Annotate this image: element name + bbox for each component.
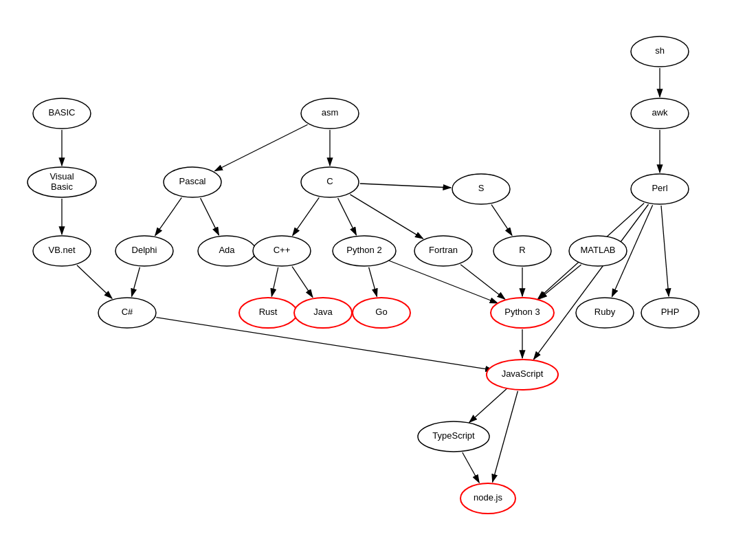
node-VisualBasic[interactable]: VisualBasic — [27, 167, 96, 197]
node-Fortran[interactable]: Fortran — [414, 236, 472, 266]
node-label-Cpp: C++ — [274, 245, 291, 255]
node-label-Python2: Python 2 — [346, 245, 381, 255]
edge-Python2-Go — [369, 267, 377, 297]
edge-C-S — [360, 184, 451, 188]
node-label-R: R — [519, 245, 525, 255]
node-S[interactable]: S — [452, 174, 510, 204]
node-label-Go: Go — [375, 307, 387, 317]
node-label-PHP: PHP — [661, 307, 680, 317]
node-TypeScript[interactable]: TypeScript — [418, 421, 489, 452]
node-nodejs[interactable]: node.js — [460, 483, 515, 514]
node-label-nodejs: node.js — [474, 492, 502, 503]
edge-Delphi-CSharp — [132, 267, 140, 297]
node-label-MATLAB: MATLAB — [580, 245, 615, 255]
node-Java[interactable]: Java — [294, 298, 352, 328]
node-Delphi[interactable]: Delphi — [115, 236, 173, 266]
node-Rust[interactable]: Rust — [239, 298, 297, 328]
node-Ruby[interactable]: Ruby — [576, 298, 634, 328]
node-Cpp[interactable]: C++ — [253, 236, 311, 266]
node-label-Fortran: Fortran — [429, 245, 458, 255]
node-label-sh: sh — [655, 45, 665, 56]
edge-asm-Pascal — [214, 124, 307, 171]
node-R[interactable]: R — [493, 236, 551, 266]
edge-S-R — [491, 205, 512, 236]
edge-Pascal-Delphi — [155, 197, 182, 235]
edge-JavaScript-nodejs — [493, 391, 518, 483]
node-label-JavaScript: JavaScript — [502, 368, 544, 379]
edge-C-Python2 — [338, 198, 357, 235]
node-Python2[interactable]: Python 2 — [333, 236, 396, 266]
edge-TypeScript-nodejs — [463, 452, 479, 483]
edge-JavaScript-TypeScript — [469, 389, 507, 423]
node-Perl[interactable]: Perl — [631, 174, 689, 204]
node-label-Rust: Rust — [259, 307, 278, 317]
node-CSharp[interactable]: C# — [98, 298, 156, 328]
node-label-asm: asm — [322, 107, 339, 118]
node-label-Ada: Ada — [219, 245, 235, 255]
node-label-awk: awk — [652, 107, 668, 118]
edge-Perl-PHP — [661, 206, 669, 296]
node-label-Perl: Perl — [652, 183, 667, 193]
node-label-C: C — [326, 176, 333, 186]
edge-Cpp-Rust — [271, 267, 278, 296]
node-label-BASIC: BASIC — [48, 107, 75, 118]
node-awk[interactable]: awk — [631, 98, 689, 129]
edge-Python2-Python3 — [389, 261, 498, 303]
node-label-Java: Java — [313, 307, 333, 317]
edge-Cpp-Java — [292, 267, 313, 298]
node-label-S: S — [478, 183, 485, 193]
edge-Pascal-Ada — [201, 198, 219, 235]
node-MATLAB[interactable]: MATLAB — [569, 236, 627, 266]
node-C[interactable]: C — [301, 167, 359, 197]
edge-Perl-JavaScript — [533, 204, 648, 359]
edge-MATLAB-Python3 — [539, 265, 581, 299]
node-VBnet[interactable]: VB.net — [33, 236, 91, 266]
node-label-VisualBasic: Visual — [49, 171, 74, 182]
node-JavaScript[interactable]: JavaScript — [487, 360, 558, 390]
node-Ada[interactable]: Ada — [198, 236, 256, 266]
node-label-CSharp: C# — [122, 307, 133, 317]
node-sh[interactable]: sh — [631, 36, 689, 67]
node-label-Python3: Python 3 — [504, 307, 540, 317]
node-label-VisualBasic: Basic — [51, 182, 73, 192]
edge-Fortran-Python3 — [460, 265, 505, 300]
node-PHP[interactable]: PHP — [641, 298, 699, 328]
edge-C-Fortran — [350, 195, 423, 239]
node-Pascal[interactable]: Pascal — [164, 167, 221, 197]
edge-VBnet-CSharp — [77, 265, 112, 298]
node-BASIC[interactable]: BASIC — [33, 98, 91, 129]
node-label-Delphi: Delphi — [132, 245, 157, 255]
node-label-VBnet: VB.net — [48, 245, 75, 255]
node-Go[interactable]: Go — [353, 298, 410, 328]
node-label-TypeScript: TypeScript — [432, 430, 475, 441]
node-label-Pascal: Pascal — [179, 176, 205, 186]
node-asm[interactable]: asm — [301, 98, 359, 129]
node-Python3[interactable]: Python 3 — [491, 298, 554, 328]
edge-C-Cpp — [293, 197, 320, 235]
node-label-Ruby: Ruby — [594, 307, 616, 317]
language-graph: shawkBASICasmSPerlVisualBasicPascalCVB.n… — [0, 0, 756, 550]
